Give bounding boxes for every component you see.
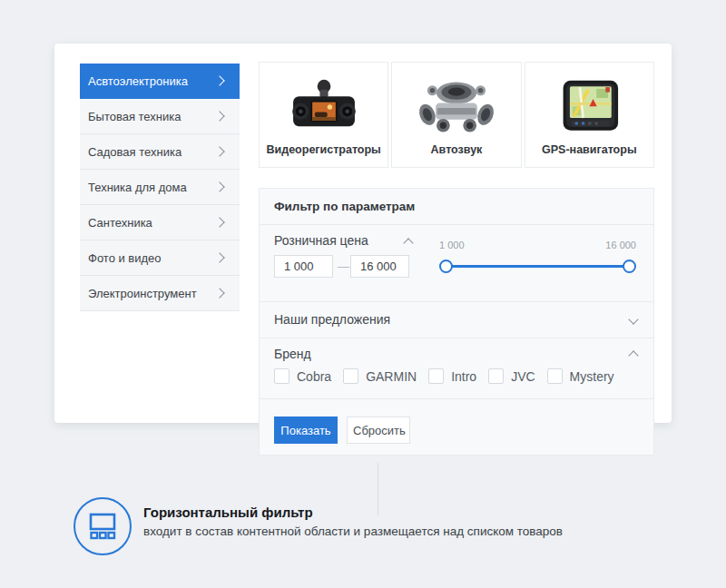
category-card-gps[interactable]: GPS-навигаторы xyxy=(525,62,654,168)
brand-checkbox-label: GARMIN xyxy=(366,369,417,384)
chevron-right-icon xyxy=(214,111,224,121)
sidebar-item-label: Сантехника xyxy=(88,216,152,230)
sidebar-item-label: Электроинструмент xyxy=(88,287,197,300)
price-filter-section: Розничная цена — 1 000 16 000 xyxy=(260,225,653,302)
dashcam-photo xyxy=(277,78,371,138)
chevron-right-icon xyxy=(214,288,224,298)
gps-navigator-photo xyxy=(542,78,636,138)
filter-panel-title: Фильтр по параметрам xyxy=(274,200,415,213)
filter-panel-header: Фильтр по параметрам xyxy=(260,189,653,225)
price-section-label: Розничная цена xyxy=(274,233,368,248)
chevron-right-icon xyxy=(214,146,224,156)
car-speakers-photo xyxy=(409,78,504,138)
brand-section-label: Бренд xyxy=(274,347,311,361)
annotation-description: входит в состав контентной области и раз… xyxy=(143,524,563,538)
sidebar-item-sadovaya-tekhnika[interactable]: Садовая техника xyxy=(80,134,240,170)
brand-option-garmin: GARMIN xyxy=(343,368,417,384)
horizontal-filter-layout-icon xyxy=(74,497,132,555)
price-max-input[interactable] xyxy=(350,255,409,278)
price-min-input[interactable] xyxy=(274,255,333,278)
brand-option-intro: Intro xyxy=(428,368,476,384)
sidebar-item-elektroinstrument[interactable]: Электроинструмент xyxy=(80,276,240,311)
chevron-right-icon xyxy=(214,217,224,227)
show-button[interactable]: Показать xyxy=(274,416,338,444)
sidebar-item-label: Техника для дома xyxy=(88,181,187,194)
chevron-down-icon[interactable] xyxy=(628,314,638,324)
price-range-slider: 1 000 16 000 xyxy=(439,240,636,279)
brand-checkbox-label: Mystery xyxy=(570,369,614,384)
brand-checkbox[interactable] xyxy=(547,368,563,384)
brand-checkbox[interactable] xyxy=(488,368,504,384)
slider-handle-max[interactable] xyxy=(623,260,636,273)
category-card-label: Видеорегистраторы xyxy=(267,143,381,156)
brand-options-row: Cobra GARMIN Intro JVC Mystery xyxy=(274,368,626,384)
brand-checkbox[interactable] xyxy=(343,368,358,384)
sidebar-item-label: Садовая техника xyxy=(88,145,182,159)
brand-option-jvc: JVC xyxy=(488,368,535,384)
slider-min-label: 1 000 xyxy=(439,240,465,250)
annotation-connector-line xyxy=(378,463,378,515)
chevron-right-icon xyxy=(214,181,224,191)
slider-max-label: 16 000 xyxy=(605,240,636,250)
brand-checkbox[interactable] xyxy=(428,368,444,384)
category-card-label: GPS-навигаторы xyxy=(542,143,637,156)
sidebar-item-avtoelektronika[interactable]: Асвтоэлектроника xyxy=(80,64,240,99)
chevron-up-icon[interactable] xyxy=(403,238,413,248)
slider-track[interactable] xyxy=(445,265,631,268)
brand-checkbox-label: Cobra xyxy=(297,369,331,384)
offers-section-label: Наши предложения xyxy=(274,312,390,327)
chevron-up-icon[interactable] xyxy=(628,350,638,360)
filter-actions-section: Показать Сбросить xyxy=(260,399,653,457)
sidebar-item-tekhnika-dlya-doma[interactable]: Техника для дома xyxy=(80,170,240,205)
chevron-right-icon xyxy=(214,75,224,85)
sidebar-item-label: Фото и видео xyxy=(88,251,162,265)
sidebar-item-bytovaya-tekhnika[interactable]: Бытовая техника xyxy=(80,99,240,134)
brand-checkbox[interactable] xyxy=(274,368,289,384)
brand-option-mystery: Mystery xyxy=(547,368,614,384)
brand-filter-section: Бренд Cobra GARMIN Intro JVC xyxy=(260,338,653,399)
brand-option-cobra: Cobra xyxy=(274,368,331,384)
brand-checkbox-label: JVC xyxy=(511,369,535,384)
chevron-right-icon xyxy=(214,252,224,262)
category-cards-row: Видеорегистраторы Автозвук xyxy=(259,62,654,168)
sidebar-item-santekhnika[interactable]: Сантехника xyxy=(80,205,240,240)
price-range-separator: — xyxy=(338,260,349,273)
category-card-dashcams[interactable]: Видеорегистраторы xyxy=(259,62,388,168)
sidebar-item-label: Асвтоэлектроника xyxy=(88,74,188,88)
layout-glyph xyxy=(86,513,119,540)
sidebar-item-foto-i-video[interactable]: Фото и видео xyxy=(80,240,240,276)
category-card-label: Автозвук xyxy=(431,143,483,156)
category-card-car-audio[interactable]: Автозвук xyxy=(391,62,521,168)
filter-panel: Фильтр по параметрам Розничная цена — 1 … xyxy=(259,188,654,456)
category-sidebar: Асвтоэлектроника Бытовая техника Садовая… xyxy=(80,64,240,311)
sidebar-item-label: Бытовая техника xyxy=(88,110,181,123)
brand-checkbox-label: Intro xyxy=(451,369,476,384)
page: Асвтоэлектроника Бытовая техника Садовая… xyxy=(0,0,726,588)
annotation-title: Горизонтальный фильтр xyxy=(143,505,313,520)
reset-button[interactable]: Сбросить xyxy=(347,416,410,444)
offers-filter-section[interactable]: Наши предложения xyxy=(260,302,653,338)
slider-handle-min[interactable] xyxy=(439,260,453,273)
